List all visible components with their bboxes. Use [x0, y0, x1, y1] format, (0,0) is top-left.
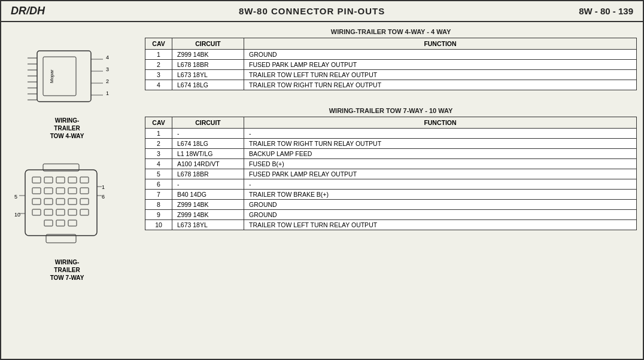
cell-cav: 2 — [145, 139, 172, 149]
cell-cav: 2 — [145, 60, 172, 70]
svg-rect-47 — [56, 220, 65, 226]
svg-rect-40 — [80, 199, 89, 205]
svg-text:10: 10 — [14, 212, 20, 218]
section-7way: WIRING-TRAILER TOW 7-WAY - 10 WAY CAV CI… — [145, 107, 637, 230]
svg-rect-38 — [56, 199, 65, 205]
cell-cav: 9 — [145, 210, 172, 220]
table-row: 9 Z999 14BK GROUND — [145, 210, 637, 220]
cell-function: TRAILER TOW LEFT TURN RELAY OUTPUT — [244, 70, 637, 80]
svg-rect-36 — [32, 199, 41, 205]
svg-rect-29 — [68, 177, 77, 183]
col-circuit-1: CIRCUIT — [172, 38, 244, 50]
cell-function: BACKUP LAMP FEED — [244, 149, 637, 159]
svg-rect-32 — [44, 188, 53, 194]
table-row: 10 L673 18YL TRAILER TOW LEFT TURN RELAY… — [145, 220, 637, 230]
table-4way-header: CAV CIRCUIT FUNCTION — [145, 38, 637, 50]
header: DR/DH 8W-80 CONNECTOR PIN-OUTS 8W - 80 -… — [1, 1, 643, 22]
svg-rect-43 — [56, 209, 65, 215]
table-row: 6 - - — [145, 179, 637, 190]
table-row: 3 L673 18YL TRAILER TOW LEFT TURN RELAY … — [145, 70, 637, 80]
table-row: 5 L678 18BR FUSED PARK LAMP RELAY OUTPUT — [145, 169, 637, 179]
col-cav-1: CAV — [145, 38, 172, 50]
cell-cav: 8 — [145, 200, 172, 210]
cell-cav: 5 — [145, 169, 172, 179]
svg-rect-28 — [56, 177, 65, 183]
connector-7way-label: WIRING-TRAILERTOW 7-WAY — [13, 258, 121, 282]
connector-7way-svg: 5 10 1 6 — [13, 158, 121, 254]
table-row: 2 L674 18LG TRAILER TOW RIGHT TURN RELAY… — [145, 139, 637, 149]
cell-function: GROUND — [244, 210, 637, 220]
table-7way-header: CAV CIRCUIT FUNCTION — [145, 117, 637, 129]
header-left: DR/DH — [11, 5, 45, 17]
svg-rect-4 — [37, 51, 91, 102]
table-row: 4 A100 14RD/VT FUSED B(+) — [145, 159, 637, 169]
col-circuit-2: CIRCUIT — [172, 117, 244, 129]
svg-rect-39 — [68, 199, 77, 205]
svg-rect-34 — [68, 188, 77, 194]
cell-cav: 7 — [145, 190, 172, 200]
col-function-2: FUNCTION — [244, 117, 637, 129]
svg-text:1: 1 — [106, 90, 109, 96]
page: DR/DH 8W-80 CONNECTOR PIN-OUTS 8W - 80 -… — [0, 0, 644, 360]
svg-rect-5 — [43, 57, 76, 96]
connector-7way-diagram: 5 10 1 6 — [13, 158, 121, 282]
cell-circuit: - — [172, 129, 244, 139]
cell-function: FUSED PARK LAMP RELAY OUTPUT — [244, 169, 637, 179]
header-center: 8W-80 CONNECTOR PIN-OUTS — [239, 6, 385, 16]
cell-cav: 6 — [145, 179, 172, 190]
svg-rect-48 — [68, 220, 77, 226]
cell-function: TRAILER TOW LEFT TURN RELAY OUTPUT — [244, 220, 637, 230]
svg-rect-30 — [80, 177, 89, 183]
cell-circuit: B40 14DG — [172, 190, 244, 200]
cell-function: GROUND — [244, 50, 637, 60]
table-row: 2 L678 18BR FUSED PARK LAMP RELAY OUTPUT — [145, 60, 637, 70]
section-4way: WIRING-TRAILER TOW 4-WAY - 4 WAY CAV CIR… — [145, 28, 637, 90]
cell-circuit: A100 14RD/VT — [172, 159, 244, 169]
col-function-1: FUNCTION — [244, 38, 637, 50]
table-7way-body: 1 - - 2 L674 18LG TRAILER TOW RIGHT TURN… — [145, 129, 637, 230]
cell-function: FUSED B(+) — [244, 159, 637, 169]
cell-function: TRAILER TOW RIGHT TURN RELAY OUTPUT — [244, 80, 637, 90]
cell-cav: 4 — [145, 80, 172, 90]
cell-cav: 1 — [145, 129, 172, 139]
cell-cav: 1 — [145, 50, 172, 60]
connector-4way-label: WIRING-TRAILERTOW 4-WAY — [19, 117, 115, 140]
cell-circuit: Z999 14BK — [172, 200, 244, 210]
connector-4way-svg: 4 3 2 1 Mopar — [19, 34, 115, 112]
section-7way-title: WIRING-TRAILER TOW 7-WAY - 10 WAY — [145, 107, 637, 114]
svg-rect-45 — [80, 209, 89, 215]
table-row: 8 Z999 14BK GROUND — [145, 200, 637, 210]
section-4way-title: WIRING-TRAILER TOW 4-WAY - 4 WAY — [145, 28, 637, 35]
cell-circuit: Z999 14BK — [172, 210, 244, 220]
table-4way: CAV CIRCUIT FUNCTION 1 Z999 14BK GROUND … — [145, 38, 637, 90]
svg-rect-33 — [56, 188, 65, 194]
cell-cav: 10 — [145, 220, 172, 230]
cell-circuit: L674 18LG — [172, 80, 244, 90]
svg-rect-27 — [44, 177, 53, 183]
cell-circuit: - — [172, 179, 244, 190]
cell-function: GROUND — [244, 200, 637, 210]
svg-text:4: 4 — [106, 54, 109, 60]
cell-function: - — [244, 129, 637, 139]
cell-circuit: L674 18LG — [172, 139, 244, 149]
right-panel: WIRING-TRAILER TOW 4-WAY - 4 WAY CAV CIR… — [139, 28, 637, 349]
cell-circuit: L678 18BR — [172, 60, 244, 70]
cell-circuit: L678 18BR — [172, 169, 244, 179]
svg-text:3: 3 — [106, 66, 109, 72]
svg-text:Mopar: Mopar — [49, 69, 54, 83]
svg-rect-46 — [44, 220, 53, 226]
connector-4way-diagram: 4 3 2 1 Mopar — [19, 34, 115, 140]
table-row: 7 B40 14DG TRAILER TOW BRAKE B(+) — [145, 190, 637, 200]
cell-function: TRAILER TOW RIGHT TURN RELAY OUTPUT — [244, 139, 637, 149]
svg-rect-37 — [44, 199, 53, 205]
cell-circuit: Z999 14BK — [172, 50, 244, 60]
svg-rect-26 — [32, 177, 41, 183]
cell-circuit: L1 18WT/LG — [172, 149, 244, 159]
col-cav-2: CAV — [145, 117, 172, 129]
svg-rect-31 — [32, 188, 41, 194]
table-row: 3 L1 18WT/LG BACKUP LAMP FEED — [145, 149, 637, 159]
svg-rect-35 — [80, 188, 89, 194]
left-panel: 4 3 2 1 Mopar — [7, 28, 139, 349]
cell-cav: 4 — [145, 159, 172, 169]
cell-function: TRAILER TOW BRAKE B(+) — [244, 190, 637, 200]
